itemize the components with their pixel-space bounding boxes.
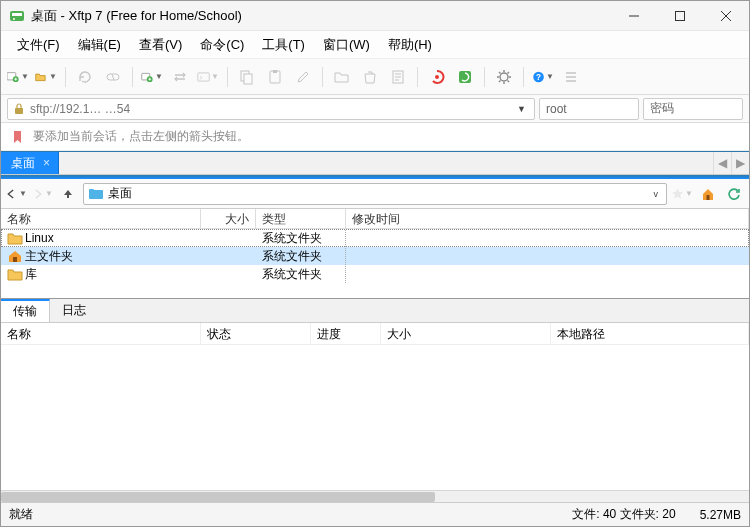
bookmark-icon (11, 129, 27, 145)
file-type: 系统文件夹 (256, 230, 346, 247)
delete-button[interactable] (359, 66, 381, 88)
transfer-col-progress[interactable]: 进度 (311, 323, 381, 344)
help-button[interactable]: ?▼ (532, 66, 554, 88)
file-type: 系统文件夹 (256, 266, 346, 283)
new-tab-button[interactable]: ▼ (141, 66, 163, 88)
menu-tools[interactable]: 工具(T) (254, 32, 313, 58)
back-button[interactable]: ▼ (5, 183, 27, 205)
file-name: 库 (25, 266, 37, 283)
menu-file[interactable]: 文件(F) (9, 32, 68, 58)
forward-button[interactable]: ▼ (31, 183, 53, 205)
lock-icon (12, 102, 26, 116)
folder-icon (7, 231, 23, 245)
library-icon (7, 267, 23, 281)
status-filecount: 文件: 40 文件夹: 20 (572, 506, 675, 523)
svg-text:?: ? (536, 73, 541, 82)
new-folder-button[interactable] (331, 66, 353, 88)
list-button[interactable] (560, 66, 582, 88)
host-combobox[interactable]: sftp://192.1… …54 ▼ (7, 98, 535, 120)
svg-rect-13 (273, 70, 277, 73)
host-text: sftp://192.1… …54 (30, 102, 511, 116)
hint-text: 要添加当前会话，点击左侧的箭头按钮。 (33, 128, 249, 145)
chevron-down-icon[interactable]: ▼ (511, 104, 532, 114)
column-modified[interactable]: 修改时间 (346, 209, 749, 228)
svg-rect-21 (67, 194, 69, 198)
log-tab[interactable]: 日志 (50, 299, 98, 322)
close-tab-icon[interactable]: × (43, 156, 50, 170)
home-icon (7, 249, 23, 263)
session-tab-label: 桌面 (11, 155, 35, 172)
minimize-button[interactable] (611, 1, 657, 31)
copy-button[interactable] (236, 66, 258, 88)
swirl-green-icon[interactable] (454, 66, 476, 88)
star-button[interactable]: ▼ (671, 183, 693, 205)
session-tab[interactable]: 桌面 × (1, 152, 59, 174)
file-name: 主文件夹 (25, 248, 73, 265)
svg-point-17 (500, 73, 508, 81)
open-session-button[interactable]: ▼ (35, 66, 57, 88)
svg-rect-9 (198, 72, 209, 80)
home-button[interactable] (697, 183, 719, 205)
menu-help[interactable]: 帮助(H) (380, 32, 440, 58)
status-ready: 就绪 (9, 506, 33, 523)
transfer-col-name[interactable]: 名称 (1, 323, 201, 344)
password-input[interactable]: 密码 (643, 98, 743, 120)
file-type: 系统文件夹 (256, 248, 346, 265)
svg-rect-3 (676, 11, 685, 20)
file-row[interactable]: 主文件夹系统文件夹 (1, 247, 749, 265)
menu-view[interactable]: 查看(V) (131, 32, 190, 58)
reconnect-button[interactable] (74, 66, 96, 88)
column-size[interactable]: 大小 (201, 209, 256, 228)
svg-rect-1 (12, 13, 22, 16)
file-name: Linux (25, 231, 54, 245)
svg-rect-11 (244, 74, 252, 84)
tab-next-button[interactable]: ▶ (731, 152, 749, 174)
close-button[interactable] (703, 1, 749, 31)
status-size: 5.27MB (700, 508, 741, 522)
svg-rect-24 (707, 195, 710, 200)
sync-button[interactable] (169, 66, 191, 88)
app-icon (9, 8, 25, 24)
transfer-col-size[interactable]: 大小 (381, 323, 551, 344)
file-row[interactable]: Linux系统文件夹 (1, 229, 749, 247)
new-session-button[interactable]: ▼ (7, 66, 29, 88)
menu-command[interactable]: 命令(C) (192, 32, 252, 58)
svg-rect-20 (15, 108, 23, 114)
svg-rect-25 (13, 257, 17, 262)
disconnect-button[interactable] (102, 66, 124, 88)
path-text: 桌面 (108, 185, 648, 202)
menu-window[interactable]: 窗口(W) (315, 32, 378, 58)
properties-button[interactable] (387, 66, 409, 88)
refresh-button[interactable] (723, 183, 745, 205)
edit-button[interactable] (292, 66, 314, 88)
maximize-button[interactable] (657, 1, 703, 31)
file-row[interactable]: 库系统文件夹 (1, 265, 749, 283)
horizontal-scrollbar[interactable] (1, 490, 749, 502)
paste-button[interactable] (264, 66, 286, 88)
swirl-red-icon[interactable] (426, 66, 448, 88)
up-button[interactable] (57, 183, 79, 205)
settings-button[interactable] (493, 66, 515, 88)
transfer-body (1, 345, 749, 490)
tab-prev-button[interactable]: ◀ (713, 152, 731, 174)
folder-icon (88, 186, 104, 202)
menu-edit[interactable]: 编辑(E) (70, 32, 129, 58)
transfer-tab[interactable]: 传输 (1, 299, 50, 322)
svg-rect-23 (89, 189, 94, 192)
column-name[interactable]: 名称 (1, 209, 201, 228)
column-type[interactable]: 类型 (256, 209, 346, 228)
transfer-col-local[interactable]: 本地路径 (551, 323, 749, 344)
chevron-down-icon[interactable]: v (648, 189, 665, 199)
path-combobox[interactable]: 桌面 v (83, 183, 667, 205)
svg-point-2 (13, 18, 15, 20)
terminal-button[interactable]: ▼ (197, 66, 219, 88)
transfer-col-status[interactable]: 状态 (201, 323, 311, 344)
username-input[interactable]: root (539, 98, 639, 120)
svg-point-15 (435, 75, 439, 79)
window-title: 桌面 - Xftp 7 (Free for Home/School) (31, 7, 242, 25)
